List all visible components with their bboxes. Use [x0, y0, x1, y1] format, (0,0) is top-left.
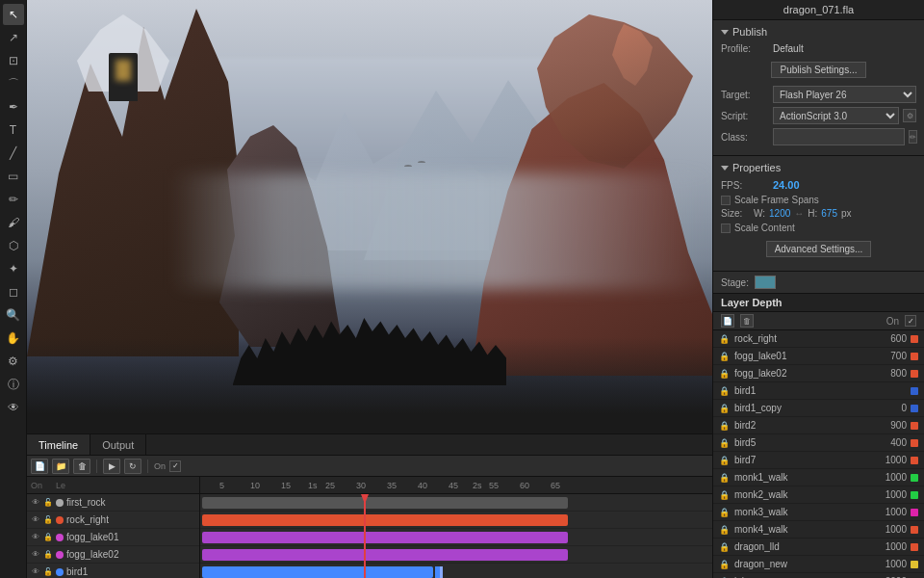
- depth-layer-value[interactable]: 1000: [870, 541, 907, 552]
- tab-timeline[interactable]: Timeline: [27, 434, 90, 455]
- depth-layer-value[interactable]: 900: [870, 420, 907, 431]
- depth-layer-value[interactable]: 1000: [870, 524, 907, 535]
- eye-icon[interactable]: 👁: [31, 515, 40, 525]
- target-select[interactable]: Flash Player 26: [773, 86, 916, 103]
- depth-row-bird1_copy[interactable]: 🔒 bird1_copy 0: [713, 400, 924, 417]
- depth-row-dragon_new[interactable]: 🔒 dragon_new 1000: [713, 556, 924, 573]
- script-select[interactable]: ActionScript 3.0: [773, 107, 899, 124]
- stage-color-swatch[interactable]: [755, 276, 776, 289]
- lock-icon[interactable]: 🔓: [43, 567, 53, 577]
- new-folder-btn[interactable]: 📁: [52, 459, 69, 474]
- layer-row-rock-right[interactable]: 👁 🔓 rock_right: [27, 512, 199, 529]
- depth-row-monk4_walk[interactable]: 🔒 monk4_walk 1000: [713, 521, 924, 539]
- on-toggle-depth[interactable]: ✓: [905, 315, 916, 327]
- delete-layer-btn[interactable]: 🗑: [73, 459, 90, 474]
- height-value[interactable]: 675: [821, 208, 837, 219]
- line-tool[interactable]: ╱: [3, 143, 24, 164]
- layer-name: fogg_lake02: [66, 549, 195, 560]
- publish-section-title: Publish: [721, 26, 916, 38]
- eye-icon[interactable]: 👁: [31, 567, 40, 577]
- advanced-settings-btn[interactable]: Advanced Settings...: [766, 241, 872, 257]
- layer-row-fogg-lake01[interactable]: 👁 🔒 fogg_lake01: [27, 529, 199, 546]
- publish-settings-btn[interactable]: Publish Settings...: [771, 62, 865, 78]
- pen-tool[interactable]: ✒: [3, 96, 24, 118]
- lock-icon[interactable]: 🔒: [43, 550, 53, 560]
- text-tool[interactable]: T: [3, 119, 24, 141]
- depth-row-bird1[interactable]: 🔒 bird1: [713, 382, 924, 400]
- collapse-icon[interactable]: [721, 30, 729, 35]
- eraser-tool[interactable]: ◻: [3, 281, 24, 302]
- depth-layer-value[interactable]: 1000: [870, 507, 907, 517]
- eye-icon[interactable]: 👁: [31, 498, 40, 508]
- depth-layer-name: bird7: [734, 455, 866, 465]
- layer-row-bird1[interactable]: 👁 🔓 bird1: [27, 564, 199, 578]
- fps-row: FPS: 24.00: [721, 179, 916, 191]
- scale-content-checkbox[interactable]: [721, 223, 731, 233]
- brush-tool[interactable]: 🖌: [3, 212, 24, 233]
- eye-icon[interactable]: 👁: [31, 533, 40, 542]
- frame-block: [202, 532, 568, 543]
- depth-layer-value[interactable]: 1000: [870, 559, 907, 569]
- depth-layer-name: bird1_copy: [734, 403, 866, 413]
- depth-layer-value[interactable]: 800: [870, 368, 907, 379]
- loop-btn[interactable]: ↻: [124, 459, 141, 474]
- play-btn[interactable]: ▶: [103, 459, 120, 474]
- frame-tick: 65: [551, 477, 560, 493]
- frames-panel[interactable]: 5 10 15 1s 25 30 35 40 45 2s 55 60 65: [200, 477, 712, 578]
- publish-section: Publish Profile: Default Publish Setting…: [713, 20, 924, 156]
- depth-layer-value[interactable]: 1000: [870, 489, 907, 500]
- depth-row-bird2[interactable]: 🔒 bird2 900: [713, 417, 924, 434]
- info-icon[interactable]: ⓘ: [3, 374, 24, 395]
- depth-layer-value[interactable]: 1000: [870, 455, 907, 465]
- depth-row-lake[interactable]: 🔒 lake 2000: [713, 573, 924, 578]
- playhead[interactable]: [364, 494, 366, 578]
- depth-layer-value[interactable]: 600: [870, 333, 907, 344]
- hand-tool[interactable]: ✋: [3, 328, 24, 349]
- depth-layer-value[interactable]: 1000: [870, 472, 907, 483]
- depth-row-rock_right[interactable]: 🔒 rock_right 600: [713, 330, 924, 348]
- class-edit-btn[interactable]: ✏: [909, 130, 917, 144]
- collapse-icon[interactable]: [721, 166, 729, 171]
- depth-row-dragon_lld[interactable]: 🔒 dragon_lld 1000: [713, 539, 924, 556]
- pencil-tool[interactable]: ✏: [3, 189, 24, 210]
- lock-icon[interactable]: 🔓: [43, 515, 53, 525]
- depth-row-bird7[interactable]: 🔒 bird7 1000: [713, 452, 924, 469]
- depth-row-fogg_lake01[interactable]: 🔒 fogg_lake01 700: [713, 348, 924, 365]
- properties-icon[interactable]: ⚙: [3, 351, 24, 372]
- depth-layer-value[interactable]: 0: [870, 403, 907, 413]
- layer-depth-delete-btn[interactable]: 🗑: [740, 314, 754, 328]
- script-settings-btn[interactable]: ⚙: [903, 109, 916, 122]
- free-transform-tool[interactable]: ⊡: [3, 50, 24, 71]
- depth-layer-value[interactable]: 700: [870, 351, 907, 361]
- layer-depth-new-btn[interactable]: 📄: [721, 314, 734, 328]
- depth-row-monk1_walk[interactable]: 🔒 monk1_walk 1000: [713, 469, 924, 486]
- depth-row-monk2_walk[interactable]: 🔒 monk2_walk 1000: [713, 486, 924, 504]
- eye-icon[interactable]: 👁: [31, 550, 40, 560]
- lasso-tool[interactable]: ⌒: [3, 73, 24, 94]
- depth-layer-value[interactable]: 400: [870, 437, 907, 448]
- depth-row-bird5[interactable]: 🔒 bird5 400: [713, 434, 924, 452]
- lock-icon[interactable]: 🔓: [43, 498, 53, 508]
- tab-output[interactable]: Output: [90, 434, 146, 455]
- new-layer-btn[interactable]: 📄: [31, 459, 48, 474]
- eyedropper-tool[interactable]: ✦: [3, 258, 24, 279]
- rectangle-tool[interactable]: ▭: [3, 166, 24, 187]
- depth-row-monk3_walk[interactable]: 🔒 monk3_walk 1000: [713, 504, 924, 521]
- paint-bucket-tool[interactable]: ⬡: [3, 235, 24, 256]
- frame-tick: 15: [281, 477, 291, 493]
- width-value[interactable]: 1200: [769, 208, 790, 219]
- fps-value[interactable]: 24.00: [773, 179, 800, 191]
- depth-row-fogg_lake02[interactable]: 🔒 fogg_lake02 800: [713, 365, 924, 382]
- zoom-tool[interactable]: 🔍: [3, 304, 24, 326]
- on-toggle[interactable]: ✓: [169, 460, 181, 472]
- lock-icon[interactable]: 🔒: [43, 533, 53, 542]
- selection-tool[interactable]: ↖: [3, 4, 24, 25]
- script-label: Script:: [721, 111, 769, 121]
- subselection-tool[interactable]: ↗: [3, 27, 24, 48]
- layer-row-first-rock[interactable]: 👁 🔓 first_rock: [27, 494, 199, 512]
- class-input[interactable]: [773, 128, 905, 145]
- camera-icon[interactable]: 👁: [3, 397, 24, 418]
- layer-row-fogg-lake02[interactable]: 👁 🔒 fogg_lake02: [27, 546, 199, 564]
- canvas-area[interactable]: [27, 0, 712, 434]
- scale-frame-spans-checkbox[interactable]: [721, 196, 731, 205]
